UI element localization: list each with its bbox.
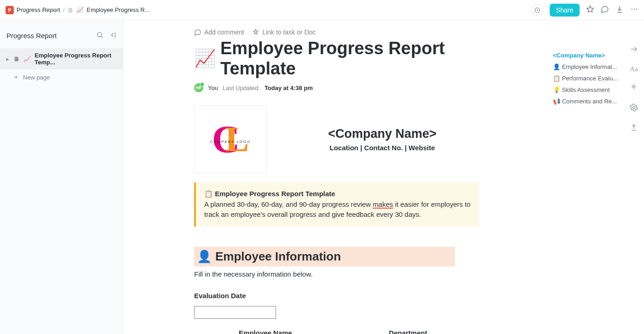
callout-body-u: makes — [373, 200, 393, 208]
download-icon[interactable] — [615, 5, 624, 15]
upload-icon[interactable] — [630, 124, 638, 134]
outline-item-company[interactable]: <Company Name> — [553, 50, 621, 61]
sidebar-item-employee-report[interactable]: ▸ 🗎 📈 Employee Progress Report Temp... — [0, 48, 123, 69]
svg-point-2 — [632, 9, 632, 10]
more-icon[interactable] — [630, 5, 638, 15]
share-button[interactable]: Share — [550, 4, 580, 17]
plus-icon: ＋ — [13, 73, 19, 81]
eval-date-input[interactable] — [194, 306, 276, 319]
outline-label: Skills Assessment — [562, 86, 610, 93]
outline-item-comments[interactable]: 📢 Comments and Re... — [553, 96, 621, 107]
outline-label: Employee Informat... — [562, 63, 617, 70]
typography-icon[interactable]: Aa — [630, 65, 638, 73]
sidebar-title: Progress Report — [6, 32, 57, 40]
outline-item-skills[interactable]: 💡 Skills Assessment — [553, 84, 621, 96]
outline-item-performance[interactable]: 📋 Performance Evalu... — [553, 73, 621, 84]
search-icon[interactable] — [96, 31, 104, 40]
add-comment-label: Add comment — [204, 28, 244, 36]
section-icon: 👤 — [197, 249, 212, 264]
doc-icon: 🗎 — [67, 6, 74, 14]
collapse-sidebar-icon[interactable] — [109, 31, 116, 40]
outline-label: Comments and Re... — [562, 98, 617, 105]
avatar[interactable]: HP — [194, 83, 203, 92]
svg-point-3 — [634, 9, 635, 10]
new-page-label: New page — [23, 74, 50, 81]
page-title[interactable]: Employee Progress Report Template — [220, 39, 479, 79]
col-department: Department — [337, 329, 479, 334]
callout-icon: 📋 — [204, 190, 213, 198]
outline-item-employee-info[interactable]: 👤 Employee Informat... — [553, 61, 621, 73]
comment-icon[interactable] — [601, 5, 609, 15]
star-icon[interactable] — [586, 5, 594, 15]
progress-icon: P — [6, 6, 14, 14]
outline-icon: 💡 — [553, 86, 560, 93]
outline-icon: 📋 — [553, 75, 560, 82]
company-logo[interactable]: CL COMPANY LOGO — [194, 105, 267, 173]
doc-icon: 🗎 — [14, 56, 20, 62]
sidebar-item-label: Employee Progress Report Temp... — [34, 52, 116, 66]
new-page-button[interactable]: ＋ New page — [0, 69, 123, 85]
company-subtitle[interactable]: Location | Contact No. | Website — [285, 144, 479, 152]
sidebar: Progress Report ▸ 🗎 📈 Employee Progress … — [0, 20, 123, 334]
history-icon[interactable] — [531, 4, 543, 16]
author-you: You — [208, 85, 218, 91]
svg-point-4 — [636, 9, 637, 10]
callout-box[interactable]: 📋 Employee Progress Report Template A pl… — [194, 182, 479, 226]
breadcrumb: P Progress Report / 🗎 📈 Employee Progres… — [6, 6, 150, 14]
updated-label: Last Updated: — [223, 85, 260, 91]
outline-panel: <Company Name> 👤 Employee Informat... 📋 … — [550, 20, 624, 334]
add-comment-button[interactable]: Add comment — [194, 28, 244, 36]
right-rail: Aa — [624, 20, 644, 334]
updated-value: Today at 4:38 pm — [264, 85, 313, 91]
svg-point-6 — [633, 107, 635, 109]
breadcrumb-page[interactable]: Employee Progress R... — [86, 6, 150, 13]
expand-icon[interactable] — [630, 45, 638, 55]
outline-label: Performance Evalu... — [562, 75, 618, 82]
section-employee-info[interactable]: 👤 Employee Information — [194, 247, 455, 266]
outline-icon: 👤 — [553, 63, 560, 70]
breadcrumb-root[interactable]: Progress Report — [17, 6, 60, 13]
breadcrumb-page-icon: 📈 — [76, 6, 84, 13]
section-hint[interactable]: Fill in the necessary information below. — [194, 270, 479, 278]
logo-label: COMPANY LOGO — [210, 140, 251, 144]
svg-point-5 — [98, 33, 102, 37]
eval-date-label: Evaluation Date — [194, 292, 479, 300]
outline-icon: 📢 — [553, 98, 560, 105]
col-employee-name: Employee Name — [194, 329, 337, 334]
link-task-button[interactable]: Link to task or Doc — [252, 28, 316, 36]
sparkle-icon[interactable] — [630, 83, 638, 93]
callout-title: Employee Progress Report Template — [215, 190, 335, 198]
section-heading-text: Employee Information — [215, 249, 341, 264]
title-icon: 📈 — [194, 49, 216, 69]
caret-icon: ▸ — [6, 57, 10, 62]
breadcrumb-sep: / — [63, 6, 65, 13]
settings-icon[interactable] — [630, 103, 638, 113]
sidebar-item-icon: 📈 — [23, 56, 31, 62]
company-name[interactable]: <Company Name> — [285, 127, 479, 141]
link-task-label: Link to task or Doc — [262, 28, 316, 36]
svg-marker-1 — [587, 6, 594, 12]
callout-body-a: A planned 30-day, 60-day, and 90-day pro… — [204, 200, 373, 208]
